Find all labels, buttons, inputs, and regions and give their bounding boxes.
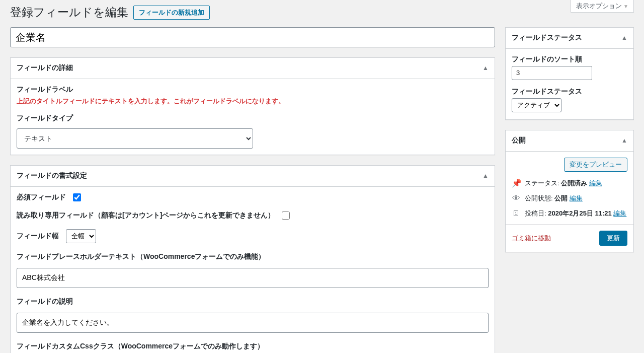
move-to-trash-link[interactable]: ゴミ箱に移動: [512, 234, 551, 243]
field-status-label: フィールドステータス: [512, 87, 627, 96]
field-label-notice: 上記のタイトルフィールドにテキストを入力します。これがフィールドラベルになります…: [17, 97, 489, 106]
publish-status-value: 公開済み: [561, 179, 587, 187]
placeholder-input[interactable]: [17, 268, 489, 288]
panel-toggle-icon[interactable]: ▲: [621, 34, 627, 41]
sort-order-label: フィールドのソート順: [512, 55, 627, 64]
panel-field-format: フィールドの書式設定 ▲ 必須フィールド 読み取り専用フィールド（顧客は[アカウ…: [10, 165, 495, 353]
publish-status-label: ステータス:: [525, 179, 559, 187]
field-type-label: フィールドタイプ: [17, 114, 489, 123]
readonly-field-checkbox[interactable]: [282, 211, 290, 220]
calendar-icon: 🗓: [512, 209, 521, 218]
panel-toggle-icon[interactable]: ▲: [482, 64, 489, 72]
field-width-select[interactable]: 全幅: [66, 229, 96, 243]
panel-toggle-icon[interactable]: ▲: [482, 172, 489, 179]
field-width-label: フィールド幅: [17, 232, 59, 241]
panel-publish: 公開 ▲ 変更をプレビュー 📌 ステータス: 公開済み 編集: [505, 130, 634, 252]
edit-date-link[interactable]: 編集: [613, 209, 626, 217]
field-type-select[interactable]: テキスト: [17, 128, 253, 149]
panel-field-details: フィールドの詳細 ▲ フィールドラベル 上記のタイトルフィールドにテキストを入力…: [10, 57, 495, 155]
add-new-field-button[interactable]: フィールドの新規追加: [133, 6, 210, 20]
css-class-label: フィールドカスタムCssクラス（WooCommerceフォームでのみ動作します）: [17, 342, 489, 351]
preview-changes-button[interactable]: 変更をプレビュー: [564, 158, 627, 172]
panel-toggle-icon[interactable]: ▲: [621, 137, 627, 144]
panel-field-details-heading: フィールドの詳細: [17, 63, 73, 73]
required-field-checkbox[interactable]: [73, 193, 81, 201]
description-input[interactable]: [17, 313, 489, 333]
edit-visibility-link[interactable]: 編集: [570, 194, 583, 202]
required-field-label: 必須フィールド: [17, 193, 66, 202]
panel-publish-heading: 公開: [512, 136, 526, 145]
publish-visibility-label: 公開状態:: [525, 194, 553, 202]
readonly-field-label: 読み取り専用フィールド（顧客は[アカウント]ページからこれを更新できません）: [17, 211, 275, 220]
field-title-input[interactable]: [10, 27, 495, 47]
pin-icon: 📌: [512, 179, 521, 187]
publish-date-value: 2020年2月25日 11:21: [548, 209, 611, 217]
description-label: フィールドの説明: [17, 297, 489, 306]
page-title: 登録フィールドを編集: [10, 5, 128, 20]
field-label-heading: フィールドラベル: [17, 85, 489, 94]
panel-field-format-heading: フィールドの書式設定: [17, 171, 87, 180]
placeholder-label: フィールドプレースホルダーテキスト（WooCommerceフォームでのみ機能）: [17, 252, 489, 261]
update-button[interactable]: 更新: [599, 231, 627, 246]
panel-field-status-heading: フィールドステータス: [512, 33, 582, 42]
sort-order-input[interactable]: [512, 66, 592, 80]
screen-options-toggle[interactable]: 表示オプション: [571, 0, 634, 13]
eye-icon: 👁: [512, 194, 521, 202]
page-header: 登録フィールドを編集 フィールドの新規追加: [10, 5, 634, 20]
publish-date-label: 投稿日:: [525, 209, 546, 217]
edit-status-link[interactable]: 編集: [589, 179, 602, 187]
publish-visibility-value: 公開: [554, 194, 568, 202]
panel-field-status: フィールドステータス ▲ フィールドのソート順 フィールドステータス アクティブ: [505, 27, 634, 120]
field-status-select[interactable]: アクティブ: [512, 98, 561, 112]
